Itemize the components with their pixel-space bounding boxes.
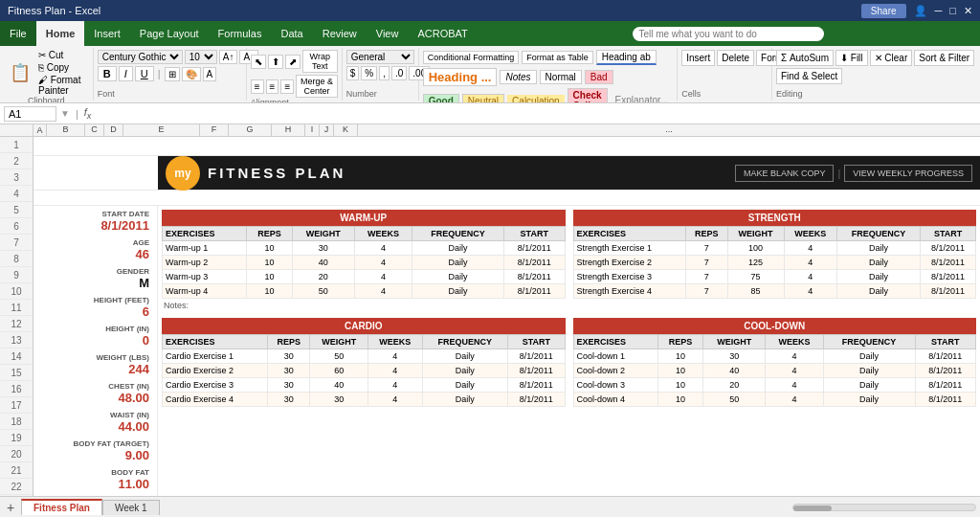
cut-button[interactable]: ✂ Cut [38, 50, 87, 60]
wrap-text-button[interactable]: Wrap Text [302, 50, 338, 73]
warmup-cell: Daily [412, 270, 504, 284]
comma-button[interactable]: , [379, 66, 390, 80]
style-normal[interactable]: Normal [540, 70, 582, 84]
sort-filter-button[interactable]: Sort & Filter [914, 50, 974, 66]
find-select-button[interactable]: Find & Select [776, 68, 842, 84]
ribbon-tab-data[interactable]: Data [271, 21, 312, 46]
add-sheet-button[interactable]: + [0, 497, 21, 518]
warmup-cell: Warm-up 1 [163, 241, 247, 256]
row-number-10: 10 [0, 283, 33, 300]
strength-cell: Strength Exercise 3 [573, 270, 686, 284]
row-2-header: my FITNESS PLAN MAKE BLANK COPY | VIEW W… [33, 156, 980, 191]
number-format-select[interactable]: General [346, 50, 414, 64]
col-header-b: B [47, 124, 85, 136]
ribbon-tab-page-layout[interactable]: Page Layout [130, 21, 209, 46]
title-bar-left: Fitness Plan - Excel [8, 5, 100, 16]
h-scrollbar-thumb[interactable] [793, 506, 832, 511]
style-heading-colored[interactable]: Heading ... [423, 68, 498, 86]
underline-button[interactable]: U [135, 66, 154, 81]
align-center-button[interactable]: ≡ [266, 79, 279, 94]
h-scrollbar[interactable] [789, 504, 980, 511]
strength-cell: 125 [727, 256, 784, 270]
name-box[interactable] [4, 106, 56, 122]
title-bar: Fitness Plan - Excel Share 👤 ─ □ ✕ [0, 0, 980, 21]
increase-font-button[interactable]: A↑ [219, 50, 238, 64]
cardio-row: Cardio Exercise 230604Daily8/1/2011 [163, 364, 566, 378]
row-number-12: 12 [0, 316, 33, 332]
cooldown-cell: 10 [657, 393, 703, 407]
bold-button[interactable]: B [98, 66, 117, 81]
make-blank-copy-button[interactable]: MAKE BLANK COPY [735, 165, 835, 182]
height-feet-stat: HEIGHT (FEET) 6 [37, 296, 149, 319]
ribbon-tab-acrobat[interactable]: ACROBAT [408, 21, 477, 46]
share-button[interactable]: Share [861, 4, 906, 18]
age-label: AGE [37, 238, 149, 247]
align-left-button[interactable]: ≡ [251, 79, 264, 94]
style-good[interactable]: Good [423, 94, 459, 104]
ribbon-tab-insert[interactable]: Insert [84, 21, 130, 46]
styles-group: Conditional Formatting Format as Table H… [419, 48, 678, 101]
fill-color-button[interactable]: 🎨 [182, 67, 201, 81]
font-name-select[interactable]: Century Gothic [98, 50, 183, 64]
row-number-5: 5 [0, 202, 33, 218]
decrease-decimal-button[interactable]: .0 [391, 66, 407, 80]
style-notes[interactable]: Notes [500, 70, 536, 84]
col-header-k: K [334, 124, 358, 136]
style-explanatory[interactable]: Explanator... [611, 94, 674, 104]
clear-button[interactable]: ✕ Clear [870, 50, 913, 66]
ribbon-tab-home[interactable]: Home [36, 21, 85, 46]
copy-button[interactable]: ⎘ Copy [38, 62, 87, 73]
style-check-cell[interactable]: Check Cell [568, 88, 608, 103]
percent-button[interactable]: % [361, 66, 377, 80]
ribbon-tab-formulas[interactable]: Formulas [209, 21, 272, 46]
style-neutral[interactable]: Neutral [462, 94, 504, 104]
currency-button[interactable]: $ [346, 66, 360, 80]
number-group: General $ % , .0 .00 Number [343, 48, 419, 101]
h-scrollbar-track[interactable] [792, 504, 976, 511]
search-input[interactable] [633, 27, 824, 41]
style-conditional-button[interactable]: Conditional Formatting [423, 51, 520, 64]
main-content-scroll[interactable]: my FITNESS PLAN MAKE BLANK COPY | VIEW W… [33, 137, 980, 496]
font-color-button[interactable]: A [203, 67, 217, 81]
cells-group: Insert Delete Format Cells [678, 48, 772, 101]
ribbon-tab-review[interactable]: Review [313, 21, 367, 46]
style-bad[interactable]: Bad [585, 70, 613, 84]
warmup-cell: 50 [292, 284, 354, 299]
align-right-button[interactable]: ≡ [280, 79, 294, 94]
minimize-icon[interactable]: ─ [935, 5, 943, 16]
warmup-notes: Notes: [162, 299, 566, 312]
cooldown-row: Cool-down 210404Daily8/1/2011 [573, 364, 976, 378]
paste-button[interactable]: 📋 [6, 62, 34, 83]
warmup-cell: 4 [354, 241, 412, 256]
view-weekly-progress-button[interactable]: VIEW WEEKLY PROGRESS [844, 165, 972, 182]
chest-value: 48.00 [37, 391, 149, 405]
ribbon-tab-file[interactable]: File [0, 21, 36, 46]
maximize-icon[interactable]: □ [949, 5, 956, 16]
style-calculation[interactable]: Calculation [507, 95, 564, 104]
insert-button[interactable]: Insert [681, 50, 715, 66]
strength-row: Strength Exercise 171004Daily8/1/2011 [573, 241, 976, 256]
font-size-select[interactable]: 10 [185, 50, 217, 64]
border-button[interactable]: ⊞ [165, 67, 180, 81]
style-format-table-button[interactable]: Format as Table [522, 51, 592, 64]
formula-input[interactable] [95, 108, 976, 120]
fill-button[interactable]: ⬇ Fill [835, 50, 868, 66]
fitness-plan-tab[interactable]: Fitness Plan [21, 499, 102, 515]
align-top-left-button[interactable]: ⬉ [251, 55, 266, 69]
col-header-e: E [123, 124, 200, 136]
style-heading-ab[interactable]: Heading ab [596, 50, 657, 65]
align-top-center-button[interactable]: ⬆ [268, 55, 283, 69]
merge-center-button[interactable]: Merge & Center [296, 75, 337, 98]
align-top-right-button[interactable]: ⬈ [285, 55, 301, 69]
cooldown-cell: Daily [823, 378, 915, 393]
week1-tab[interactable]: Week 1 [102, 500, 160, 515]
ribbon-tab-view[interactable]: View [367, 21, 409, 46]
italic-button[interactable]: I [119, 66, 133, 81]
delete-button[interactable]: Delete [717, 50, 754, 66]
waist-stat: WAIST (IN) 44.00 [37, 411, 149, 434]
close-icon[interactable]: ✕ [964, 5, 972, 17]
cooldown-cell: 4 [766, 364, 823, 378]
autosum-button[interactable]: Σ AutoSum [776, 50, 834, 66]
format-painter-button[interactable]: 🖌 Format Painter [38, 75, 87, 96]
cooldown-cell: Cool-down 4 [573, 393, 657, 407]
